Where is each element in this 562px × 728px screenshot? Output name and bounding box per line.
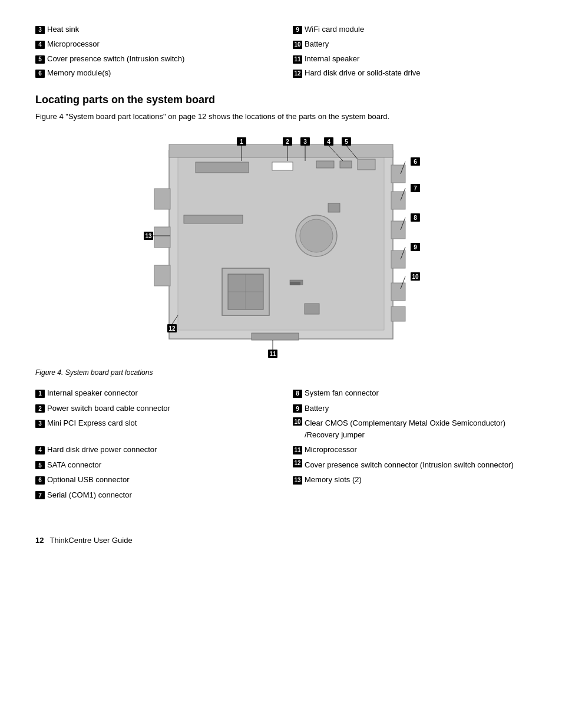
badge-6: 6 — [35, 70, 45, 78]
badge-5: 5 — [35, 55, 45, 64]
badge-9: 9 — [293, 26, 302, 34]
callout-badge-6: 6 — [35, 476, 45, 485]
callout-label-5: SATA connector — [47, 459, 101, 471]
svg-text:9: 9 — [414, 244, 417, 251]
svg-rect-5 — [154, 265, 170, 286]
figure-caption: Figure 4. System board part locations — [35, 368, 527, 377]
svg-rect-4 — [154, 227, 170, 248]
part-label-12: Hard disk drive or solid-state drive — [305, 67, 421, 80]
callout-7: 7 Serial (COM1) connector — [35, 489, 269, 501]
callout-2: 2 Power switch board cable connector — [35, 403, 269, 414]
footer-page: 12 — [35, 536, 44, 545]
part-label-11: Internal speaker — [305, 53, 359, 65]
svg-rect-15 — [340, 161, 352, 168]
svg-point-22 — [300, 219, 333, 252]
diagram-container: 1 2 3 4 5 6 7 8 9 10 11 12 — [35, 133, 527, 363]
part-item-4: 4 Microprocessor — [35, 38, 269, 51]
callout-empty — [293, 489, 527, 501]
callout-label-3: Mini PCI Express card slot — [47, 417, 137, 429]
part-item-3: 3 Heat sink — [35, 24, 269, 36]
svg-rect-11 — [391, 307, 405, 321]
part-item-11: 11 Internal speaker — [293, 53, 527, 65]
callout-badge-7: 7 — [35, 491, 45, 499]
callout-9: 9 Battery — [293, 403, 527, 414]
callout-badge-12: 12 — [293, 459, 302, 467]
svg-rect-29 — [305, 304, 319, 314]
part-label-9: WiFi card module — [305, 24, 364, 36]
callout-label-12: Cover presence switch connector (Intrusi… — [305, 459, 514, 471]
svg-rect-12 — [196, 162, 249, 173]
svg-text:2: 2 — [286, 139, 289, 145]
badge-10: 10 — [293, 41, 302, 49]
svg-text:1: 1 — [240, 139, 243, 145]
callout-label-11: Microprocessor — [305, 444, 357, 456]
callout-badge-5: 5 — [35, 461, 45, 469]
callout-10: 10 Clear CMOS (Complementary Metal Oxide… — [293, 417, 527, 440]
part-item-6: 6 Memory module(s) — [35, 67, 269, 80]
svg-rect-16 — [358, 159, 375, 170]
callout-badge-3: 3 — [35, 420, 45, 428]
part-label-10: Battery — [305, 38, 329, 51]
part-item-10: 10 Battery — [293, 38, 527, 51]
svg-text:4: 4 — [327, 139, 330, 145]
footer-title: ThinkCentre User Guide — [49, 536, 132, 545]
part-item-9: 9 WiFi card module — [293, 24, 527, 36]
part-label-6: Memory module(s) — [47, 67, 111, 80]
callout-badge-8: 8 — [293, 390, 302, 398]
svg-text:6: 6 — [414, 159, 417, 165]
svg-rect-2 — [169, 144, 393, 157]
svg-rect-26 — [297, 282, 300, 285]
part-label-5: Cover presence switch (Intrusion switch) — [47, 53, 184, 65]
svg-rect-13 — [272, 162, 293, 170]
svg-rect-28 — [252, 333, 299, 340]
callout-13: 13 Memory slots (2) — [293, 474, 527, 486]
part-label-4: Microprocessor — [47, 38, 100, 51]
badge-11: 11 — [293, 55, 302, 64]
svg-text:12: 12 — [168, 325, 176, 332]
callout-badge-10: 10 — [293, 417, 302, 426]
callout-badge-9: 9 — [293, 404, 302, 413]
callout-label-10: Clear CMOS (Complementary Metal Oxide Se… — [305, 417, 527, 440]
callout-badge-1: 1 — [35, 390, 45, 398]
svg-rect-24 — [290, 282, 293, 285]
callout-badge-4: 4 — [35, 446, 45, 454]
section-title: Locating parts on the system board — [35, 94, 527, 106]
svg-rect-14 — [316, 161, 334, 168]
callout-badge-2: 2 — [35, 404, 45, 413]
callout-6: 6 Optional USB connector — [35, 474, 269, 486]
svg-text:10: 10 — [412, 274, 419, 280]
part-item-12: 12 Hard disk drive or solid-state drive — [293, 67, 527, 80]
svg-text:13: 13 — [145, 233, 152, 239]
svg-rect-25 — [293, 282, 297, 285]
badge-12: 12 — [293, 70, 302, 78]
callout-label-7: Serial (COM1) connector — [47, 489, 132, 501]
svg-rect-3 — [154, 189, 170, 209]
svg-rect-30 — [328, 203, 340, 212]
footer: 12 ThinkCentre User Guide — [35, 536, 527, 545]
svg-rect-1 — [178, 156, 384, 330]
callout-8: 8 System fan connector — [293, 387, 527, 399]
svg-text:3: 3 — [303, 139, 307, 145]
callout-5: 5 SATA connector — [35, 459, 269, 471]
callout-label-1: Internal speaker connector — [47, 387, 138, 399]
callout-1: 1 Internal speaker connector — [35, 387, 269, 399]
svg-text:7: 7 — [414, 185, 417, 192]
callout-label-13: Memory slots (2) — [305, 474, 362, 486]
svg-text:5: 5 — [345, 139, 348, 145]
svg-rect-27 — [184, 215, 243, 223]
badge-3: 3 — [35, 26, 45, 34]
svg-text:11: 11 — [269, 351, 276, 357]
section-desc: Figure 4 "System board part locations" o… — [35, 112, 527, 121]
callout-label-9: Battery — [305, 403, 329, 414]
callout-badge-11: 11 — [293, 446, 302, 454]
svg-rect-10 — [391, 283, 405, 301]
system-board-diagram: 1 2 3 4 5 6 7 8 9 10 11 12 — [134, 133, 428, 363]
svg-text:8: 8 — [414, 215, 417, 221]
callout-4: 4 Hard disk drive power connector — [35, 444, 269, 456]
callout-11: 11 Microprocessor — [293, 444, 527, 456]
callout-badge-13: 13 — [293, 476, 302, 485]
badge-4: 4 — [35, 41, 45, 49]
callout-label-2: Power switch board cable connector — [47, 403, 170, 414]
callout-label-4: Hard disk drive power connector — [47, 444, 157, 456]
top-parts-list: 3 Heat sink 9 WiFi card module 4 Micropr… — [35, 24, 527, 80]
